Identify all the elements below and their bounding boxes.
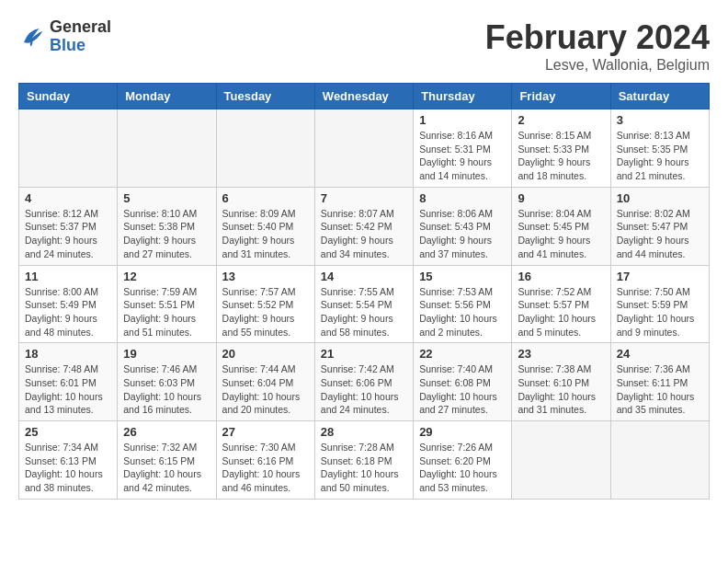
weekday-header-row: SundayMondayTuesdayWednesdayThursdayFrid… [19, 84, 710, 109]
day-number: 4 [25, 191, 111, 205]
weekday-header-wednesday: Wednesday [314, 84, 413, 109]
calendar-cell: 17Sunrise: 7:50 AM Sunset: 5:59 PM Dayli… [610, 265, 709, 343]
day-number: 2 [518, 113, 604, 127]
day-info: Sunrise: 7:38 AM Sunset: 6:10 PM Dayligh… [518, 362, 604, 417]
calendar-cell: 19Sunrise: 7:46 AM Sunset: 6:03 PM Dayli… [118, 343, 216, 421]
day-info: Sunrise: 7:26 AM Sunset: 6:20 PM Dayligh… [419, 441, 506, 495]
day-info: Sunrise: 7:46 AM Sunset: 6:03 PM Dayligh… [123, 362, 210, 417]
calendar-cell: 21Sunrise: 7:42 AM Sunset: 6:06 PM Dayli… [314, 343, 413, 421]
calendar-cell: 1Sunrise: 8:16 AM Sunset: 5:31 PM Daylig… [414, 109, 512, 188]
day-number: 18 [25, 347, 111, 361]
day-number: 23 [518, 347, 604, 361]
location-subtitle: Lesve, Wallonia, Belgium [485, 57, 710, 74]
calendar-cell: 26Sunrise: 7:32 AM Sunset: 6:15 PM Dayli… [118, 421, 216, 500]
day-info: Sunrise: 8:16 AM Sunset: 5:31 PM Dayligh… [419, 129, 506, 183]
day-number: 29 [419, 425, 506, 439]
day-number: 21 [321, 347, 407, 361]
day-number: 24 [617, 347, 703, 361]
calendar-week-row: 11Sunrise: 8:00 AM Sunset: 5:49 PM Dayli… [19, 265, 710, 343]
calendar-cell [314, 109, 413, 188]
day-number: 1 [419, 113, 506, 127]
day-info: Sunrise: 7:59 AM Sunset: 5:51 PM Dayligh… [123, 285, 210, 339]
day-info: Sunrise: 7:57 AM Sunset: 5:52 PM Dayligh… [222, 285, 309, 339]
calendar-cell [610, 421, 709, 500]
calendar-cell: 3Sunrise: 8:13 AM Sunset: 5:35 PM Daylig… [610, 109, 709, 188]
calendar-cell: 8Sunrise: 8:06 AM Sunset: 5:43 PM Daylig… [414, 187, 512, 265]
calendar-cell: 23Sunrise: 7:38 AM Sunset: 6:10 PM Dayli… [512, 343, 610, 421]
calendar-cell: 11Sunrise: 8:00 AM Sunset: 5:49 PM Dayli… [19, 265, 118, 343]
day-info: Sunrise: 8:10 AM Sunset: 5:38 PM Dayligh… [123, 207, 210, 261]
calendar-cell: 6Sunrise: 8:09 AM Sunset: 5:40 PM Daylig… [216, 187, 314, 265]
day-number: 17 [617, 270, 703, 283]
day-info: Sunrise: 8:06 AM Sunset: 5:43 PM Dayligh… [419, 207, 506, 261]
day-info: Sunrise: 7:53 AM Sunset: 5:56 PM Dayligh… [419, 285, 506, 339]
day-info: Sunrise: 8:13 AM Sunset: 5:35 PM Dayligh… [617, 129, 703, 183]
calendar-cell: 29Sunrise: 7:26 AM Sunset: 6:20 PM Dayli… [414, 421, 512, 500]
calendar-cell: 24Sunrise: 7:36 AM Sunset: 6:11 PM Dayli… [610, 343, 709, 421]
logo-bird-icon [18, 23, 46, 51]
calendar-cell: 28Sunrise: 7:28 AM Sunset: 6:18 PM Dayli… [314, 421, 413, 500]
calendar-week-row: 4Sunrise: 8:12 AM Sunset: 5:37 PM Daylig… [19, 187, 710, 265]
calendar-cell: 20Sunrise: 7:44 AM Sunset: 6:04 PM Dayli… [216, 343, 314, 421]
page-header: General Blue February 2024 Lesve, Wallon… [18, 18, 710, 74]
day-info: Sunrise: 7:48 AM Sunset: 6:01 PM Dayligh… [25, 362, 111, 417]
day-number: 3 [617, 113, 703, 127]
weekday-header-monday: Monday [118, 84, 216, 109]
calendar-cell [19, 109, 118, 188]
weekday-header-friday: Friday [512, 84, 610, 109]
calendar-cell: 5Sunrise: 8:10 AM Sunset: 5:38 PM Daylig… [118, 187, 216, 265]
day-number: 9 [518, 191, 604, 205]
calendar-week-row: 18Sunrise: 7:48 AM Sunset: 6:01 PM Dayli… [19, 343, 710, 421]
weekday-header-saturday: Saturday [610, 84, 709, 109]
logo: General Blue [18, 18, 111, 55]
day-info: Sunrise: 8:12 AM Sunset: 5:37 PM Dayligh… [25, 207, 111, 261]
calendar-cell: 22Sunrise: 7:40 AM Sunset: 6:08 PM Dayli… [414, 343, 512, 421]
calendar-cell: 18Sunrise: 7:48 AM Sunset: 6:01 PM Dayli… [19, 343, 118, 421]
day-info: Sunrise: 7:40 AM Sunset: 6:08 PM Dayligh… [419, 362, 506, 417]
calendar-week-row: 25Sunrise: 7:34 AM Sunset: 6:13 PM Dayli… [19, 421, 710, 500]
day-info: Sunrise: 7:44 AM Sunset: 6:04 PM Dayligh… [222, 362, 309, 417]
calendar-cell: 14Sunrise: 7:55 AM Sunset: 5:54 PM Dayli… [314, 265, 413, 343]
day-info: Sunrise: 7:55 AM Sunset: 5:54 PM Dayligh… [321, 285, 407, 339]
day-number: 20 [222, 347, 309, 361]
day-number: 15 [419, 270, 506, 283]
day-number: 8 [419, 191, 506, 205]
calendar-cell: 15Sunrise: 7:53 AM Sunset: 5:56 PM Dayli… [414, 265, 512, 343]
calendar-table: SundayMondayTuesdayWednesdayThursdayFrid… [18, 83, 710, 500]
calendar-body: 1Sunrise: 8:16 AM Sunset: 5:31 PM Daylig… [19, 109, 710, 500]
calendar-cell [118, 109, 216, 188]
title-section: February 2024 Lesve, Wallonia, Belgium [485, 18, 710, 74]
day-info: Sunrise: 8:09 AM Sunset: 5:40 PM Dayligh… [222, 207, 309, 261]
calendar-cell: 13Sunrise: 7:57 AM Sunset: 5:52 PM Dayli… [216, 265, 314, 343]
day-info: Sunrise: 8:04 AM Sunset: 5:45 PM Dayligh… [518, 207, 604, 261]
day-info: Sunrise: 7:50 AM Sunset: 5:59 PM Dayligh… [617, 285, 703, 339]
calendar-header: SundayMondayTuesdayWednesdayThursdayFrid… [19, 84, 710, 109]
day-info: Sunrise: 7:28 AM Sunset: 6:18 PM Dayligh… [321, 441, 407, 495]
day-info: Sunrise: 7:32 AM Sunset: 6:15 PM Dayligh… [123, 441, 210, 495]
calendar-cell: 7Sunrise: 8:07 AM Sunset: 5:42 PM Daylig… [314, 187, 413, 265]
calendar-cell: 27Sunrise: 7:30 AM Sunset: 6:16 PM Dayli… [216, 421, 314, 500]
day-number: 22 [419, 347, 506, 361]
day-number: 10 [617, 191, 703, 205]
day-info: Sunrise: 8:00 AM Sunset: 5:49 PM Dayligh… [25, 285, 111, 339]
day-info: Sunrise: 7:42 AM Sunset: 6:06 PM Dayligh… [321, 362, 407, 417]
weekday-header-thursday: Thursday [414, 84, 512, 109]
day-number: 28 [321, 425, 407, 439]
day-number: 7 [321, 191, 407, 205]
day-info: Sunrise: 8:15 AM Sunset: 5:33 PM Dayligh… [518, 129, 604, 183]
day-number: 16 [518, 270, 604, 283]
calendar-cell: 25Sunrise: 7:34 AM Sunset: 6:13 PM Dayli… [19, 421, 118, 500]
month-year-title: February 2024 [485, 18, 710, 57]
calendar-cell: 12Sunrise: 7:59 AM Sunset: 5:51 PM Dayli… [118, 265, 216, 343]
day-number: 27 [222, 425, 309, 439]
calendar-cell: 16Sunrise: 7:52 AM Sunset: 5:57 PM Dayli… [512, 265, 610, 343]
day-info: Sunrise: 8:02 AM Sunset: 5:47 PM Dayligh… [617, 207, 703, 261]
logo-text: General Blue [50, 18, 111, 55]
day-number: 25 [25, 425, 111, 439]
calendar-cell [216, 109, 314, 188]
day-number: 14 [321, 270, 407, 283]
weekday-header-sunday: Sunday [19, 84, 118, 109]
day-number: 19 [123, 347, 210, 361]
day-number: 6 [222, 191, 309, 205]
day-number: 11 [25, 270, 111, 283]
